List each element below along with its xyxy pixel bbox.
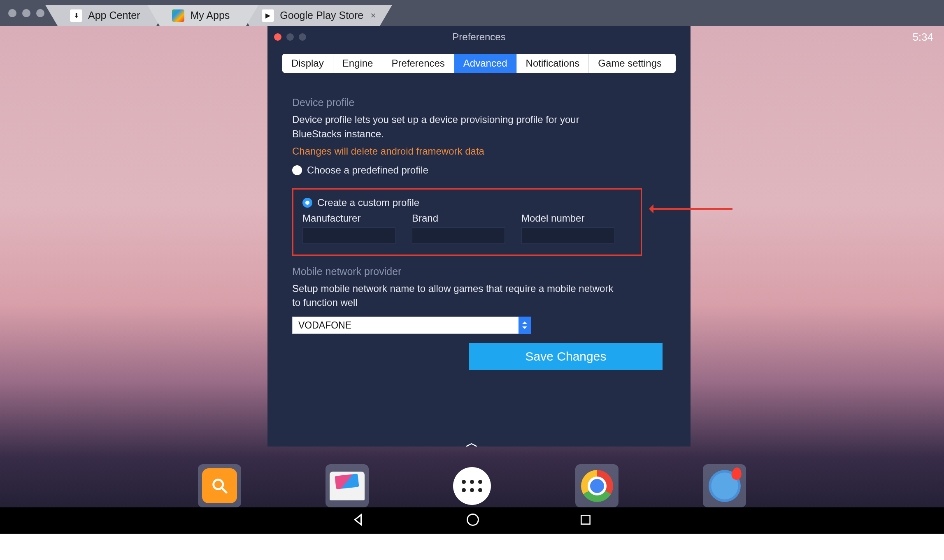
- dock-maps[interactable]: [703, 464, 746, 507]
- app-window-chrome: ⬇ App Center My Apps ▶ Google Play Store…: [0, 0, 944, 26]
- radio-custom-profile[interactable]: Create a custom profile: [302, 197, 632, 208]
- all-apps-icon: [453, 467, 491, 505]
- status-time: 5:34: [912, 31, 933, 44]
- nav-home-button[interactable]: [465, 512, 480, 529]
- modal-min-dot[interactable]: [286, 33, 294, 41]
- tab-my-apps[interactable]: My Apps: [160, 5, 246, 26]
- device-profile-desc: Device profile lets you set up a device …: [292, 113, 613, 141]
- svg-line-1: [222, 488, 227, 493]
- brand-input[interactable]: [412, 227, 505, 244]
- manufacturer-input[interactable]: [302, 227, 395, 244]
- settings-tabs: Display Engine Preferences Advanced Noti…: [282, 54, 676, 73]
- outer-traffic-lights: [0, 9, 44, 17]
- network-select[interactable]: [292, 317, 531, 334]
- radio-label: Create a custom profile: [317, 197, 419, 208]
- svg-point-0: [213, 479, 223, 489]
- outer-close-dot[interactable]: [8, 9, 16, 17]
- tab-app-center[interactable]: ⬇ App Center: [58, 5, 156, 26]
- emulator-desktop: 5:34 Preferences Display Engine Preferen…: [0, 26, 944, 534]
- field-label: Manufacturer: [302, 213, 395, 224]
- app-dock: [198, 464, 746, 507]
- svg-rect-3: [581, 515, 590, 524]
- field-label: Model number: [521, 213, 614, 224]
- network-desc: Setup mobile network name to allow games…: [292, 282, 617, 310]
- tab-notifications[interactable]: Notifications: [517, 54, 589, 73]
- tab-close-icon[interactable]: ×: [370, 10, 376, 21]
- preferences-window: Preferences Display Engine Preferences A…: [267, 26, 691, 447]
- save-changes-button[interactable]: Save Changes: [469, 343, 663, 370]
- tab-display[interactable]: Display: [282, 54, 333, 73]
- dock-gallery[interactable]: [326, 464, 369, 507]
- search-icon: [202, 468, 237, 503]
- android-nav-bar: [0, 507, 944, 534]
- tab-label: Google Play Store: [280, 9, 363, 21]
- modal-traffic-lights: [274, 33, 306, 41]
- tab-engine[interactable]: Engine: [333, 54, 383, 73]
- chrome-icon: [581, 470, 613, 502]
- network-select-wrap: [292, 317, 531, 334]
- outer-min-dot[interactable]: [22, 9, 30, 17]
- nav-recent-button[interactable]: [579, 513, 592, 528]
- custom-profile-fields: Manufacturer Brand Model number: [302, 213, 632, 244]
- tab-advanced[interactable]: Advanced: [454, 54, 517, 73]
- settings-body: Device profile Device profile lets you s…: [267, 73, 691, 370]
- modal-max-dot[interactable]: [299, 33, 306, 41]
- gallery-icon: [330, 472, 365, 500]
- radio-icon: [292, 165, 302, 175]
- app-center-icon: ⬇: [70, 9, 82, 22]
- bluestacks-icon: [172, 9, 184, 22]
- device-profile-warning: Changes will delete android framework da…: [292, 146, 666, 157]
- tab-label: App Center: [88, 9, 140, 21]
- tab-google-play[interactable]: ▶ Google Play Store ×: [249, 5, 380, 26]
- field-manufacturer: Manufacturer: [302, 213, 395, 244]
- preferences-titlebar: Preferences: [267, 26, 691, 48]
- play-store-icon: ▶: [262, 9, 274, 22]
- network-heading: Mobile network provider: [292, 266, 666, 278]
- nav-back-button[interactable]: [352, 512, 367, 529]
- tab-game-settings[interactable]: Game settings: [589, 54, 671, 73]
- maps-icon: [709, 470, 741, 502]
- select-arrows-icon[interactable]: [519, 317, 531, 334]
- radio-icon: [302, 198, 312, 208]
- device-profile-heading: Device profile: [292, 97, 666, 109]
- outer-max-dot[interactable]: [36, 9, 44, 17]
- annotation-arrow: [650, 208, 732, 210]
- field-model-number: Model number: [521, 213, 614, 244]
- dock-expand-caret-icon[interactable]: ︿: [466, 435, 478, 451]
- model-number-input[interactable]: [521, 227, 614, 244]
- radio-predefined-profile[interactable]: Choose a predefined profile: [292, 164, 666, 176]
- annotation-highlight-box: Create a custom profile Manufacturer Bra…: [292, 188, 642, 256]
- dock-search[interactable]: [198, 464, 241, 507]
- modal-title: Preferences: [452, 31, 505, 43]
- radio-label: Choose a predefined profile: [307, 164, 428, 176]
- dock-chrome[interactable]: [575, 464, 618, 507]
- dock-all-apps[interactable]: [453, 467, 491, 505]
- field-brand: Brand: [412, 213, 505, 244]
- tab-preferences[interactable]: Preferences: [382, 54, 454, 73]
- modal-close-dot[interactable]: [274, 33, 281, 41]
- tab-label: My Apps: [190, 9, 230, 21]
- browser-tabs: ⬇ App Center My Apps ▶ Google Play Store…: [58, 5, 380, 26]
- svg-point-2: [467, 514, 479, 525]
- field-label: Brand: [412, 213, 505, 224]
